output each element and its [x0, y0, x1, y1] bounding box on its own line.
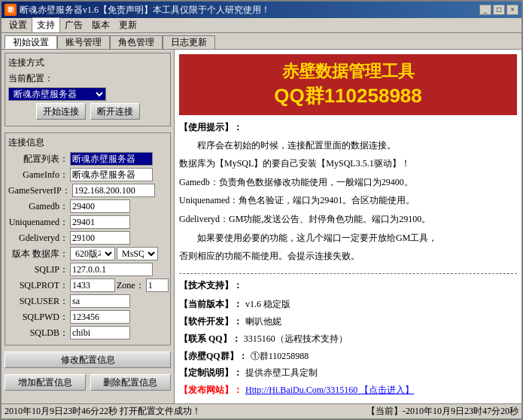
tech-value-0: v1.6 稳定版 — [245, 296, 290, 313]
tab-log-update[interactable]: 日志更新 — [163, 35, 215, 49]
gdeliveryd-row: Gdeliveryd： — [8, 231, 167, 245]
gdeliveryd-input[interactable] — [70, 231, 130, 245]
tab-account-mgmt[interactable]: 账号管理 — [57, 35, 110, 49]
gamedb-label: Gamedb： — [8, 200, 68, 213]
sqldb-input[interactable] — [70, 326, 130, 339]
tech-label-2: 【联系 QQ】： — [179, 330, 241, 348]
db-type-select[interactable]: MsSQL库 — [117, 247, 158, 260]
game-info-label: GameInfo： — [8, 169, 68, 181]
sqlpwd-input[interactable] — [70, 310, 130, 324]
tips-line-4: Gdeliveryd：GM功能,发送公告、封停角色功能。端口为29100。 — [179, 212, 517, 228]
sqluser-label: SQLUSER： — [8, 295, 68, 308]
config-list-label: 配置列表： — [8, 153, 68, 166]
section-divider — [179, 273, 517, 274]
uniquenamed-row: Uniquenamed： — [8, 215, 167, 229]
modify-config-button[interactable]: 修改配置信息 — [5, 352, 171, 368]
tabs-bar: 初始设置 账号管理 角色管理 日志更新 — [2, 33, 521, 50]
tech-value-4: 提供赤壁工具定制 — [245, 364, 318, 382]
tips-line-6: 否则相应的功能不能使用。会提示连接失败。 — [179, 248, 517, 265]
sqlip-row: SQLIP： — [8, 263, 167, 276]
tech-row-2: 【联系 QQ】： 3315160（远程技术支持） — [179, 330, 517, 348]
sqlprot-row: SQLPROT： Zone： — [8, 278, 167, 292]
tech-row-3: 【赤壁QQ群】： ①群110258988 — [179, 348, 517, 365]
sqlprot-label: SQLPROT： — [8, 279, 68, 292]
right-panel: 赤壁数据管理工具 QQ群110258988 【使用提示】： 程序会在初始的时候，… — [175, 50, 521, 403]
tech-value-5-link[interactable]: Http://Hi.BaiDu.Com/3315160 【点击进入】 — [245, 382, 414, 399]
delete-config-button[interactable]: 删除配置信息 — [90, 374, 172, 391]
tech-label-1: 【软件开发】： — [179, 313, 242, 330]
tech-row-0: 【当前版本】： v1.6 稳定版 — [179, 296, 517, 313]
game-info-input[interactable] — [70, 168, 153, 181]
tech-label-4: 【定制说明】： — [179, 364, 242, 382]
sqldb-label: SQLDB： — [8, 327, 68, 339]
tips-title: 【使用提示】： — [179, 120, 517, 136]
version-db-row: 版本 数据库： 620版本 MsSQL库 — [8, 247, 167, 260]
uniquenamed-input[interactable] — [70, 215, 130, 229]
current-config-label: 当前配置： — [8, 72, 53, 85]
sqluser-row: SQLUSER： — [8, 294, 167, 308]
tips-line-2: Gamedb：负责角色数据修改功能使用，一般端口为29400。 — [179, 175, 517, 191]
menu-bar: 设置 支持 广告 版本 更新 — [2, 18, 521, 33]
connect-buttons: 开始连接 断开连接 — [8, 103, 167, 120]
sqlip-label: SQLIP： — [8, 263, 68, 276]
tips-line-5: 如果要使用必要的功能，这几个端口一定要开放给GM工具， — [179, 230, 517, 247]
version-label: 版本 数据库： — [8, 248, 68, 260]
config-dropdown-row: 断魂赤壁服务器 — [8, 87, 167, 101]
window-title: 断魂赤壁服务器v1.6【免责声明】本工具仅限于个人研究使用！ — [20, 4, 270, 17]
tips-line-3: Uniquenamed：角色名验证，端口为29401。合区功能使用。 — [179, 193, 517, 209]
left-panel: 连接方式 当前配置： 断魂赤壁服务器 开始连接 断开连接 连接信息 — [2, 50, 175, 403]
disconnect-button[interactable]: 断开连接 — [90, 103, 140, 120]
config-list-row: 配置列表： — [8, 152, 167, 166]
header-title: 赤壁数据管理工具 — [182, 60, 514, 83]
game-info-row: GameInfo： — [8, 168, 167, 181]
add-delete-buttons: 增加配置信息 删除配置信息 — [5, 374, 171, 391]
status-bar: 2010年10月9日23时46分22秒 打开配置文件成功！ 【当前】-2010年… — [2, 403, 521, 418]
tech-title: 【技术支持】： — [179, 277, 517, 294]
menu-item-version[interactable]: 版本 — [87, 18, 114, 32]
uniquenamed-label: Uniquenamed： — [8, 216, 68, 229]
info-section: 【使用提示】： 程序会在初始的时候，连接配置里面的数据连接。 数据库为【MySQ… — [179, 120, 517, 270]
tech-value-2: 3315160（远程技术支持） — [244, 330, 348, 348]
title-bar: 断 断魂赤壁服务器v1.6【免责声明】本工具仅限于个人研究使用！ _ □ × — [2, 2, 521, 18]
config-list-input[interactable] — [70, 152, 153, 166]
sqlpwd-row: SQLPWD： — [8, 310, 167, 324]
menu-item-settings[interactable]: 设置 — [5, 18, 32, 32]
sqlpwd-label: SQLPWD： — [8, 311, 68, 324]
sqlip-input[interactable] — [70, 263, 153, 276]
sqluser-input[interactable] — [70, 294, 130, 308]
maximize-button[interactable]: □ — [493, 5, 505, 15]
current-config-row: 当前配置： — [8, 72, 167, 85]
connection-type-label: 连接方式 — [8, 56, 167, 69]
start-connect-button[interactable]: 开始连接 — [36, 103, 86, 120]
sqldb-row: SQLDB： — [8, 326, 167, 339]
tab-role-mgmt[interactable]: 角色管理 — [110, 35, 163, 49]
right-header: 赤壁数据管理工具 QQ群110258988 — [179, 54, 517, 115]
tech-label-5: 【发布网站】： — [179, 382, 242, 399]
tips-line-1: 数据库为【MySQL】的要自己安装【MySQL3.5.1驱动】！ — [179, 156, 517, 172]
gamedb-row: Gamedb： — [8, 199, 167, 213]
connection-info-group: 连接信息 配置列表： GameInfo： GameServerIP： Gamed… — [5, 132, 171, 345]
close-button[interactable]: × — [506, 5, 518, 15]
tech-row-5: 【发布网站】： Http://Hi.BaiDu.Com/3315160 【点击进… — [179, 382, 517, 399]
app-icon: 断 — [5, 4, 17, 16]
sqlprot-input[interactable] — [70, 278, 115, 292]
tech-value-1: 喇叭他妮 — [245, 313, 281, 330]
add-config-button[interactable]: 增加配置信息 — [5, 374, 86, 391]
server-ip-input[interactable] — [72, 184, 155, 197]
menu-item-ads[interactable]: 广告 — [60, 18, 87, 32]
tech-label-3: 【赤壁QQ群】： — [179, 348, 248, 365]
menu-item-support[interactable]: 支持 — [32, 17, 60, 33]
config-dropdown[interactable]: 断魂赤壁服务器 — [8, 87, 106, 101]
menu-item-update[interactable]: 更新 — [114, 18, 141, 32]
gamedb-input[interactable] — [70, 199, 130, 213]
zone-input[interactable] — [146, 278, 169, 292]
server-ip-row: GameServerIP： — [8, 184, 167, 197]
zone-label: Zone： — [117, 279, 144, 292]
connection-type-group: 连接方式 当前配置： 断魂赤壁服务器 开始连接 断开连接 — [5, 53, 171, 126]
status-left: 2010年10月9日23时46分22秒 打开配置文件成功！ — [5, 405, 201, 418]
tips-line-0: 程序会在初始的时候，连接配置里面的数据连接。 — [179, 138, 517, 154]
tab-init-settings[interactable]: 初始设置 — [5, 35, 57, 49]
version-select[interactable]: 620版本 — [70, 247, 115, 260]
minimize-button[interactable]: _ — [479, 5, 491, 15]
connection-info-label: 连接信息 — [8, 136, 167, 149]
